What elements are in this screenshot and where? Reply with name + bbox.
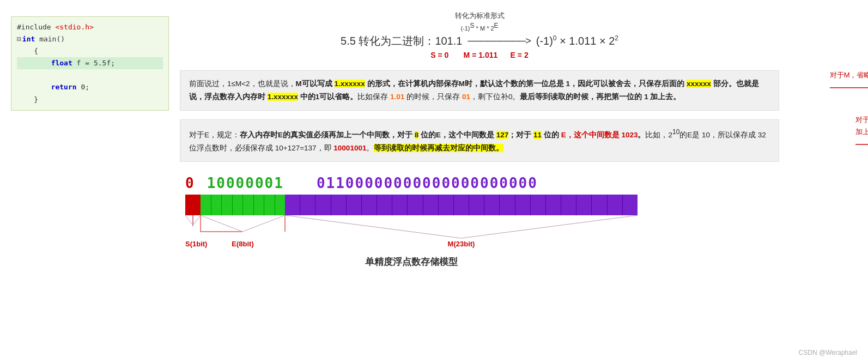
bar-m-8 (392, 195, 408, 215)
code-float-line: float f = 5.5f; (17, 57, 163, 69)
annotation-e: 对于8位的E，只需要加上中间值127 (855, 114, 868, 149)
bar-m-14 (484, 195, 500, 215)
formula-result: (-1)0 × 1.011 × 22 (536, 34, 618, 47)
bar-exp-7 (264, 195, 275, 215)
main-content: 转化为标准形式 (-1)S * M * 2E 5.5 转化为二进制：101.1 … (180, 11, 779, 268)
formula-main: 5.5 转化为二进制：101.1 ─────────> (-1)0 × 1.01… (180, 34, 779, 49)
bar-m-16 (515, 195, 531, 215)
formula-section: 转化为标准形式 (-1)S * M * 2E 5.5 转化为二进制：101.1 … (180, 11, 779, 59)
page-title: 单精度浮点数存储模型 (185, 256, 638, 268)
annotation-m-arrow-icon (830, 83, 868, 92)
formula-prefix: 5.5 转化为二进制：101.1 (341, 34, 462, 49)
bar-m-15 (500, 195, 515, 215)
code-panel: #include <stdio.h> ⊟ int main() { float … (11, 16, 169, 111)
bar-m-19 (561, 195, 576, 215)
bar-m-5 (347, 195, 362, 215)
annotation-e-arrow-icon (855, 140, 868, 149)
label-s: S(1bit) (185, 240, 201, 248)
bit-mantissa-digits: 01100000000000000000000 (317, 175, 538, 191)
annotation-e-arrow-row (855, 140, 868, 149)
label-e: E(8bit) (201, 240, 285, 248)
bar-m-23 (623, 195, 638, 215)
bar-exp-5 (243, 195, 254, 215)
bar-m-9 (408, 195, 423, 215)
bar-mantissa (285, 195, 638, 215)
bar-m-11 (439, 195, 454, 215)
bit-sign-digit: 0 (185, 175, 194, 191)
s-value: S = 0 (430, 51, 448, 59)
bar-exponent (201, 195, 285, 215)
bar-sign (185, 195, 201, 215)
bar-m-10 (423, 195, 439, 215)
text-section-2: 对于E，规定：存入内存时E的真实值必须再加上一个中间数，对于 8 位的E，这个中… (180, 119, 779, 162)
annotation-e-label: 对于8位的E，只需要加上中间值127 (855, 114, 868, 138)
bar-m-4 (331, 195, 347, 215)
formula-values: S = 0 M = 1.011 E = 2 (180, 51, 779, 59)
code-include: #include <stdio.h> (17, 21, 163, 33)
m-value: M = 1.011 (464, 51, 498, 59)
color-bar (185, 195, 638, 215)
bar-m-7 (377, 195, 392, 215)
bit-display-section: 0 10000001 01100000000000000000000 (180, 175, 779, 268)
code-main-decl: ⊟ int main() (17, 33, 163, 45)
bar-m-18 (546, 195, 561, 215)
bar-m-6 (362, 195, 377, 215)
watermark: CSDN @Weraphael (799, 349, 857, 356)
bar-exp-1 (201, 195, 211, 215)
bar-m-13 (469, 195, 484, 215)
standard-form: (-1)S * M * 2E (180, 22, 779, 32)
text-block-1: 前面说过，1≤M<2，也就是说，M可以写成 1.xxxxxx 的形式，在计算机内… (180, 70, 779, 111)
bar-m-20 (576, 195, 592, 215)
bar-exp-6 (254, 195, 265, 215)
bar-m-2 (300, 195, 315, 215)
bar-exp-2 (211, 195, 222, 215)
bar-exp-8 (275, 195, 286, 215)
text-section-1: 前面说过，1≤M<2，也就是说，M可以写成 1.xxxxxx 的形式，在计算机内… (180, 70, 779, 111)
bar-labels-row: S(1bit) E(8bit) M(23bit) (185, 240, 638, 248)
label-m: M(23bit) (285, 240, 638, 248)
e-value: E = 2 (511, 51, 529, 59)
bar-exp-3 (222, 195, 233, 215)
convert-label: 转化为标准形式 (180, 11, 779, 21)
bar-m-1 (285, 195, 300, 215)
annotation-m: 对于M，省略1 011 (830, 70, 868, 92)
code-brace-close: } (17, 94, 163, 106)
code-brace-open: { (17, 45, 163, 57)
annotation-m-label: 对于M，省略1 (830, 70, 868, 80)
formula-arrow: ─────────> (468, 35, 530, 47)
bar-m-22 (608, 195, 623, 215)
text-block-2: 对于E，规定：存入内存时E的真实值必须再加上一个中间数，对于 8 位的E，这个中… (180, 119, 779, 162)
code-empty (17, 69, 163, 81)
annotation-m-arrow-row: 011 (830, 83, 868, 92)
code-return: return 0; (17, 81, 163, 93)
bar-m-21 (592, 195, 607, 215)
bit-exponent-digits: 10000001 (207, 175, 284, 191)
bar-m-12 (454, 195, 469, 215)
bar-exp-4 (233, 195, 244, 215)
bar-m-3 (315, 195, 331, 215)
bit-numbers-row: 0 10000001 01100000000000000000000 (185, 175, 779, 191)
bar-m-17 (531, 195, 546, 215)
